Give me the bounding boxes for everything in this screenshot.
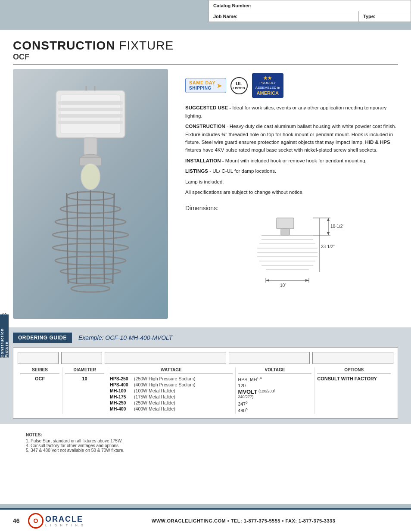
voltage-row-0: HPS, MH1,4 (238, 376, 312, 382)
wattage-rows: HPS-250(250W High Pressure Sodium) HPS-4… (110, 376, 233, 411)
ordering-guide-title: ORDERING GUIDE (13, 333, 72, 343)
job-name-label: Job Name: (213, 14, 237, 19)
product-image (13, 69, 168, 319)
diameter-col: DIAMETER 10 (62, 367, 107, 414)
svg-text:10": 10" (280, 283, 286, 288)
type-label: Type: (363, 14, 376, 19)
svg-marker-47 (266, 279, 269, 282)
construction-label: CONSTRUCTION (185, 124, 225, 129)
title-area: CONSTRUCTION FIXTURE OCF (13, 39, 398, 65)
dimensions-svg: 10-1/2" 23-1/2" 10" (240, 216, 343, 302)
svg-marker-38 (327, 218, 330, 221)
installation-text: - Mount with included hook or remove hoo… (221, 158, 367, 163)
wattage-code-4: MH-250 (110, 400, 131, 405)
ordering-header: ORDERING GUIDE Example: OCF-10-MH-400-MV… (13, 333, 398, 343)
svg-rect-2 (58, 101, 123, 105)
ul-text: UL (236, 81, 242, 86)
ordering-boxes-row (18, 352, 393, 364)
oracle-circle-icon: O (28, 513, 44, 529)
page-number: 46 (13, 517, 24, 524)
footer-info: WWW.ORACLELIGHTING.COM • TEL: 1-877-375-… (89, 518, 398, 523)
wattage-col: WATTAGE HPS-250(250W High Pressure Sodiu… (107, 367, 236, 414)
job-type-area: Type: (359, 11, 411, 22)
ordering-example: Example: OCF-10-MH-400-MVOLT (78, 334, 172, 341)
footer-bar: 46 O ORACLE L I G H T I N G WWW.ORACLELI… (0, 508, 411, 532)
ul-badge: UL LISTED (230, 77, 248, 94)
fixture-drawing (30, 86, 151, 302)
voltage-col: VOLTAGE HPS, MH1,4 120 MVOLT (120/208/24… (236, 367, 315, 414)
subtitle: OCF (13, 53, 398, 62)
description-area: SUGGESTED USE - Ideal for work sites, ev… (185, 104, 398, 196)
wattage-desc-0: (250W High Pressure Sodium) (134, 376, 195, 381)
svg-rect-4 (58, 114, 123, 118)
hid-hps-label: HID & HPS (365, 140, 390, 145)
installation-para: INSTALLATION - Mount with included hook … (185, 157, 398, 165)
catalog-label: Catalog Number: (213, 3, 256, 8)
fax-info: FAX: 1-877-375-3333 (285, 518, 335, 523)
left-column (13, 69, 177, 319)
svg-text:23-1/2": 23-1/2" (321, 244, 335, 249)
svg-marker-39 (327, 232, 330, 235)
svg-text:10-1/2": 10-1/2" (330, 224, 343, 229)
series-header: SERIES (20, 367, 59, 374)
oracle-logo: O ORACLE L I G H T I N G (28, 513, 84, 529)
page-title: CONSTRUCTION FIXTURE (13, 39, 398, 53)
wattage-row-4: MH-250(250W Metal Halide) (110, 400, 233, 405)
side-tab: Construction Fixture (0, 314, 9, 358)
wattage-row-0: HPS-250(250W High Pressure Sodium) (110, 376, 233, 381)
listings-para: LISTINGS - UL/ C-UL for damp locations. (185, 167, 398, 175)
diameter-box (61, 352, 102, 364)
wattage-code-0: HPS-250 (110, 376, 131, 381)
hid-hps-text: fixtures have 4KV pulse rated mogul base… (185, 147, 377, 152)
listings-label: LISTINGS (185, 168, 208, 174)
wattage-code-5: MH-400 (110, 406, 131, 411)
series-col: SERIES OCF (18, 367, 62, 414)
notes-section: NOTES: 1. Pulse Start standard on all fi… (13, 432, 398, 453)
website-url: WWW.ORACLELIGHTING.COM (152, 518, 226, 523)
lamp-included-para: Lamp is included. (185, 178, 398, 186)
content-layout: SAME DAY SHIPPING ➤ UL LISTED ★★ PROUDLY… (13, 69, 398, 319)
wattage-desc-2: (100W Metal Halide) (134, 388, 175, 393)
svg-rect-24 (277, 218, 294, 229)
series-value: OCF (20, 376, 59, 381)
dimensions-diagram: 10-1/2" 23-1/2" 10" (185, 216, 398, 302)
options-col: OPTIONS CONSULT WITH FACTORY (314, 367, 393, 414)
svg-rect-25 (281, 229, 290, 235)
oracle-name: ORACLE (45, 515, 84, 524)
proudly-text: PROUDLY (255, 81, 280, 85)
construction-para: CONSTRUCTION - Heavy-duty die cast alumi… (185, 122, 398, 154)
listings-text: - UL/ C-UL for damp locations. (208, 168, 276, 174)
notes-title: NOTES: (26, 432, 398, 437)
job-row: Job Name: Type: (209, 11, 411, 22)
ordering-table: SERIES OCF DIAMETER 10 WATTAGE HPS-250(2… (13, 347, 398, 419)
wattage-header: WATTAGE (110, 367, 233, 374)
diameter-value: 10 (65, 376, 104, 381)
right-column: SAME DAY SHIPPING ➤ UL LISTED ★★ PROUDLY… (185, 69, 398, 319)
america-badge: ★★ PROUDLY ASSEMBLED in AMERICA (252, 73, 283, 98)
wattage-row-1: HPS-400(400W High Pressure Sodium) (110, 382, 233, 387)
note-4: 4. Consult factory for other wattages an… (26, 443, 398, 448)
top-form: Catalog Number: Job Name: Type: (209, 0, 411, 22)
same-day-badge: SAME DAY SHIPPING ➤ (185, 78, 226, 93)
voltage-header: VOLTAGE (238, 367, 312, 374)
title-regular: FIXTURE (115, 39, 174, 52)
spec-notice-para: All specifications are subject to change… (185, 188, 398, 196)
catalog-row: Catalog Number: (209, 0, 411, 11)
badges-area: SAME DAY SHIPPING ➤ UL LISTED ★★ PROUDLY… (185, 73, 398, 98)
series-box (18, 352, 59, 364)
options-box (312, 352, 393, 364)
assembled-text: ASSEMBLED in (255, 86, 280, 90)
main-content: CONSTRUCTION FIXTURE OCF (0, 30, 411, 504)
voltage-row-3: 3475 (238, 401, 312, 407)
wattage-desc-3: (175W Metal Halide) (134, 394, 175, 399)
svg-point-9 (81, 164, 100, 190)
suggested-use-para: SUGGESTED USE - Ideal for work sites, ev… (185, 104, 398, 120)
svg-marker-48 (305, 279, 309, 282)
ul-listed: LISTED (233, 86, 245, 90)
voltage-row-1: 120 (238, 383, 312, 388)
ordering-section: ORDERING GUIDE Example: OCF-10-MH-400-MV… (0, 327, 411, 424)
wattage-code-2: MH-100 (110, 388, 131, 393)
america-text: AMERICA (255, 90, 280, 96)
voltage-row-4: 4805 (238, 407, 312, 413)
title-bold: CONSTRUCTION (13, 39, 115, 52)
